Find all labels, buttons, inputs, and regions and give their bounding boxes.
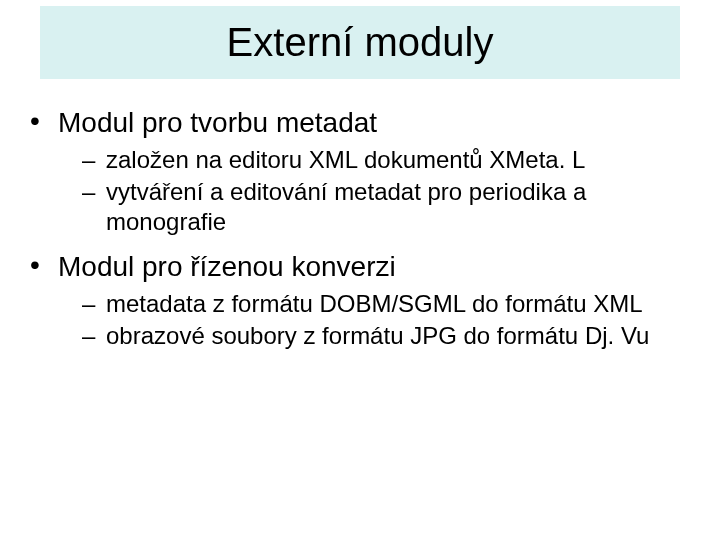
title-band: Externí moduly [40,6,680,79]
list-item: Modul pro tvorbu metadat založen na edit… [30,107,690,237]
slide-content: Modul pro tvorbu metadat založen na edit… [0,79,720,351]
sub-list: založen na editoru XML dokumentů XMeta. … [58,145,690,237]
list-item: Modul pro řízenou konverzi metadata z fo… [30,251,690,351]
list-item: vytváření a editování metadat pro period… [58,177,690,237]
list-item: obrazové soubory z formátu JPG do formát… [58,321,690,351]
sub-list: metadata z formátu DOBM/SGML do formátu … [58,289,690,351]
slide-title: Externí moduly [40,20,680,65]
bullet-list: Modul pro tvorbu metadat založen na edit… [30,107,690,351]
bullet-text: Modul pro tvorbu metadat [58,107,377,138]
list-item: založen na editoru XML dokumentů XMeta. … [58,145,690,175]
bullet-text: Modul pro řízenou konverzi [58,251,396,282]
list-item: metadata z formátu DOBM/SGML do formátu … [58,289,690,319]
slide: Externí moduly Modul pro tvorbu metadat … [0,6,720,540]
